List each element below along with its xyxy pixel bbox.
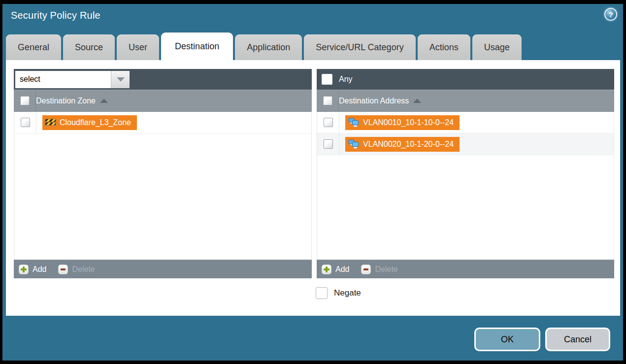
tab-service-url-category[interactable]: Service/URL Category bbox=[304, 34, 415, 60]
add-icon bbox=[322, 265, 331, 274]
delete-icon bbox=[361, 265, 371, 274]
zone-row[interactable]: Cloudflare_L3_Zone bbox=[14, 112, 311, 133]
zone-select-all-cell bbox=[14, 90, 36, 111]
address-select-all-checkbox[interactable] bbox=[323, 96, 332, 105]
tab-actions[interactable]: Actions bbox=[418, 34, 470, 60]
address-panel-footer: Add Delete bbox=[317, 260, 614, 278]
address-network-icon bbox=[348, 139, 359, 149]
add-icon bbox=[19, 265, 29, 274]
address-select-all-cell bbox=[317, 90, 339, 111]
any-checkbox[interactable] bbox=[322, 74, 332, 85]
address-row[interactable]: VLAN0010_10-1-10-0--24 bbox=[317, 112, 614, 133]
any-control: Any bbox=[322, 74, 353, 85]
negate-control: Negate bbox=[316, 287, 361, 299]
zone-add-button[interactable]: Add bbox=[19, 265, 46, 274]
negate-checkbox[interactable] bbox=[316, 287, 328, 299]
address-add-label: Add bbox=[335, 265, 349, 274]
address-delete-button[interactable]: Delete bbox=[361, 265, 397, 274]
zone-type-select[interactable]: select bbox=[15, 71, 130, 88]
any-label: Any bbox=[339, 75, 353, 84]
zone-select-all-checkbox[interactable] bbox=[20, 96, 30, 105]
address-row-checkbox[interactable] bbox=[324, 139, 333, 149]
address-network-icon bbox=[348, 118, 359, 127]
delete-icon bbox=[58, 265, 68, 274]
zone-panel-header: select bbox=[14, 69, 312, 90]
address-column-header[interactable]: Destination Address bbox=[317, 90, 614, 112]
address-item-label: VLAN0010_10-1-10-0--24 bbox=[363, 118, 454, 127]
address-add-button[interactable]: Add bbox=[322, 265, 349, 274]
zone-type-select-button[interactable] bbox=[111, 71, 130, 88]
cancel-button[interactable]: Cancel bbox=[545, 328, 610, 351]
zone-row-checkbox-cell bbox=[14, 112, 36, 133]
tab-bar: General Source User Destination Applicat… bbox=[6, 33, 522, 60]
zone-panel-footer: Add Delete bbox=[14, 260, 312, 278]
address-row-checkbox[interactable] bbox=[324, 118, 333, 127]
tab-destination[interactable]: Destination bbox=[161, 33, 233, 60]
zone-type-select-value: select bbox=[15, 71, 111, 88]
zone-list: Cloudflare_L3_Zone bbox=[14, 112, 312, 260]
zone-icon bbox=[45, 119, 56, 127]
address-delete-label: Delete bbox=[375, 265, 397, 274]
address-list: VLAN0010_10-1-10-0--24 VLAN bbox=[317, 112, 614, 260]
zone-add-label: Add bbox=[33, 265, 46, 274]
tab-general[interactable]: General bbox=[6, 34, 61, 60]
zone-row-checkbox[interactable] bbox=[21, 118, 30, 127]
tab-content: select Destination Zone bbox=[6, 60, 620, 316]
address-column-label: Destination Address bbox=[339, 97, 409, 105]
page-title: Security Policy Rule bbox=[11, 10, 100, 21]
zone-item[interactable]: Cloudflare_L3_Zone bbox=[42, 115, 137, 130]
tab-source[interactable]: Source bbox=[63, 34, 115, 60]
zone-column-header[interactable]: Destination Zone bbox=[14, 90, 312, 112]
security-policy-rule-dialog: Security Policy Rule ? General Source Us… bbox=[0, 0, 626, 364]
help-icon[interactable]: ? bbox=[604, 8, 617, 21]
address-panel-header: Any bbox=[317, 69, 614, 90]
sort-ascending-icon bbox=[100, 99, 108, 103]
address-row-checkbox-cell bbox=[317, 133, 339, 155]
address-row-checkbox-cell bbox=[317, 112, 339, 133]
zone-item-label: Cloudflare_L3_Zone bbox=[60, 118, 131, 127]
zone-delete-button[interactable]: Delete bbox=[58, 265, 95, 274]
address-row[interactable]: VLAN0020_10-1-20-0--24 bbox=[317, 133, 614, 155]
address-item[interactable]: VLAN0020_10-1-20-0--24 bbox=[345, 137, 460, 152]
zone-column-label: Destination Zone bbox=[36, 97, 96, 105]
negate-label: Negate bbox=[334, 288, 361, 298]
ok-button[interactable]: OK bbox=[474, 328, 540, 351]
chevron-down-icon bbox=[117, 77, 125, 82]
zone-delete-label: Delete bbox=[72, 265, 95, 274]
address-item-label: VLAN0020_10-1-20-0--24 bbox=[363, 140, 454, 149]
address-item[interactable]: VLAN0010_10-1-10-0--24 bbox=[345, 115, 460, 130]
destination-zone-panel: select Destination Zone bbox=[14, 69, 312, 278]
tab-user[interactable]: User bbox=[117, 34, 159, 60]
sort-ascending-icon bbox=[413, 99, 421, 103]
destination-address-panel: Any Destination Address bbox=[317, 69, 614, 278]
tab-application[interactable]: Application bbox=[235, 34, 302, 60]
tab-usage[interactable]: Usage bbox=[472, 34, 522, 60]
